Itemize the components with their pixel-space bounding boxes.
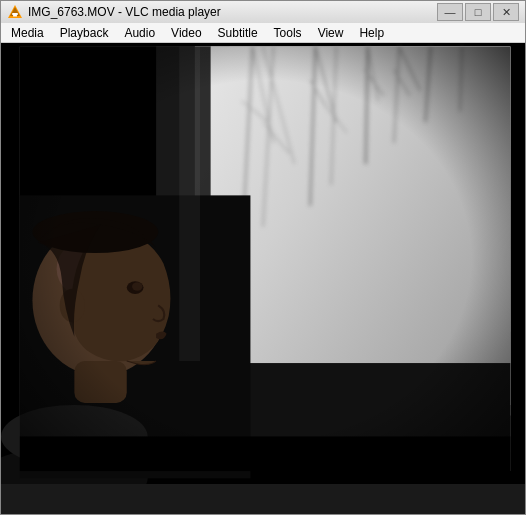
window-title: IMG_6763.MOV - VLC media player bbox=[28, 5, 437, 19]
vlc-icon bbox=[7, 4, 23, 20]
minimize-button[interactable]: — bbox=[437, 3, 463, 21]
menu-video[interactable]: Video bbox=[163, 23, 209, 42]
bottom-bar bbox=[1, 484, 525, 514]
video-frame bbox=[1, 43, 525, 484]
title-bar: IMG_6763.MOV - VLC media player — □ ✕ bbox=[1, 1, 525, 23]
menu-subtitle[interactable]: Subtitle bbox=[210, 23, 266, 42]
menu-audio[interactable]: Audio bbox=[116, 23, 163, 42]
svg-rect-3 bbox=[13, 15, 17, 17]
svg-rect-2 bbox=[12, 13, 18, 15]
menu-tools[interactable]: Tools bbox=[266, 23, 310, 42]
menu-playback[interactable]: Playback bbox=[52, 23, 117, 42]
vlc-window: IMG_6763.MOV - VLC media player — □ ✕ Me… bbox=[0, 0, 526, 515]
maximize-button[interactable]: □ bbox=[465, 3, 491, 21]
video-area[interactable] bbox=[1, 43, 525, 484]
menu-bar: Media Playback Audio Video Subtitle Tool… bbox=[1, 23, 525, 43]
window-controls: — □ ✕ bbox=[437, 3, 519, 21]
menu-media[interactable]: Media bbox=[3, 23, 52, 42]
menu-help[interactable]: Help bbox=[351, 23, 392, 42]
svg-rect-46 bbox=[20, 47, 510, 471]
menu-view[interactable]: View bbox=[310, 23, 352, 42]
video-content bbox=[1, 43, 525, 484]
close-button[interactable]: ✕ bbox=[493, 3, 519, 21]
